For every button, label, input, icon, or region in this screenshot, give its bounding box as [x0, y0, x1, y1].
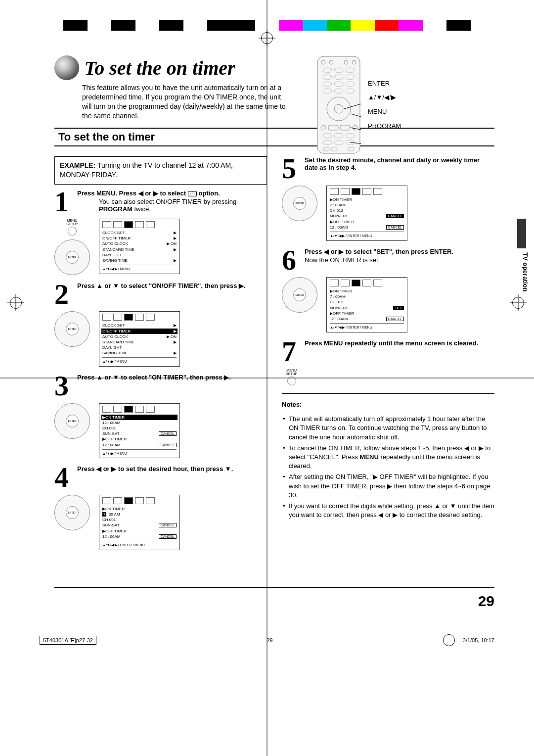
footer-file: 5T40301A [E]p27-32 — [40, 636, 96, 645]
remote-icon — [316, 55, 361, 154]
notes-list: The unit will automatically turn off app… — [282, 415, 494, 520]
footer-date: 3/1/05, 10:17 — [463, 637, 494, 643]
example-label: EXAMPLE: — [60, 161, 95, 169]
print-footer: 5T40301A [E]p27-32 29 3/1/05, 10:17 — [40, 634, 494, 646]
example-box: EXAMPLE: Turning on the TV to channel 12… — [54, 156, 267, 185]
osd-screen-2: CLOCK SET▶ON/OFF TIMER▶AUTO CLOCK▶ ONSTA… — [99, 311, 180, 367]
notes-heading: Notes: — [282, 401, 494, 408]
step-2: 2 Press ▲ or ▼ to select "ON/OFF TIMER",… — [54, 282, 267, 306]
side-tab-label: TV operation — [522, 252, 529, 291]
remote-label-program: PROGRAM — [368, 119, 401, 134]
dpad-icon — [282, 277, 317, 313]
dpad-icon — [54, 403, 90, 439]
remote-label-enter: ENTER — [368, 77, 401, 91]
menu-setup-button-icon: MENU SETUP — [54, 219, 90, 226]
step-number: 1 — [54, 189, 77, 214]
registration-mark-left — [10, 297, 22, 309]
step-4-lead: Press ◀ or ▶ to set the desired hour, th… — [77, 465, 233, 472]
step-number: 2 — [54, 282, 77, 306]
step-1-lead-a: Press MENU. Press ◀ or ▶ to select — [77, 189, 188, 197]
step-4: 4 Press ◀ or ▶ to set the desired hour, … — [54, 465, 267, 489]
dpad-icon — [54, 311, 90, 347]
step-1-lead-b: option. — [197, 189, 220, 197]
step-7-lead: Press MENU repeatedly until the menu scr… — [305, 339, 478, 347]
step-number: 6 — [282, 248, 305, 272]
title-bullet-icon — [54, 55, 79, 80]
step-6-lead: Press ◀ or ▶ to select "SET", then press… — [305, 248, 453, 255]
dpad-icon — [54, 239, 90, 275]
osd-screen-6: ▶ON TIMER 7 : 00AM CH 012 MON-FRISET▶OFF… — [326, 277, 407, 332]
osd-screen-1: CLOCK SET▶ON/OFF TIMER▶AUTO CLOCK▶ ONSTA… — [99, 219, 180, 274]
osd-screen-5: ▶ON TIMER 7 : 00AM CH 012 MON-FRICANCEL▶… — [326, 186, 407, 241]
menu-setup-button-icon: MENU SETUP — [286, 369, 297, 376]
registration-mark-bottom — [443, 634, 455, 646]
dpad-icon — [54, 495, 90, 530]
step-number: 5 — [282, 156, 305, 181]
page-title: To set the on timer — [84, 56, 235, 80]
intro-text: This feature allows you to have the unit… — [82, 83, 290, 121]
remote-label-menu: MENU — [368, 105, 401, 119]
osd-screen-3: ▶ON TIMER 12 : 00AM CH 001 SUN-SATCANCEL… — [99, 403, 180, 459]
step-5-lead: Set the desired minute, channel and dail… — [305, 156, 480, 171]
remote-diagram: ENTER ▲/▼/◀/▶ MENU PROGRAM — [316, 55, 401, 154]
remote-label-arrows: ▲/▼/◀/▶ — [368, 91, 401, 105]
svg-rect-0 — [317, 56, 360, 153]
step-5: 5 Set the desired minute, channel and da… — [282, 156, 494, 181]
page-number: 29 — [478, 593, 494, 610]
note-item: To cancel the ON TIMER, follow above ste… — [283, 444, 494, 471]
step-6: 6 Press ◀ or ▶ to select "SET", then pre… — [282, 248, 494, 272]
note-item: After setting the ON TIMER, "▶ OFF TIMER… — [283, 472, 494, 500]
step-2-lead: Press ▲ or ▼ to select "ON/OFF TIMER", t… — [77, 282, 246, 289]
note-item: If you want to correct the digits while … — [283, 502, 494, 520]
step-1-sub: You can also select ON/OFF TIMER by pres… — [99, 198, 236, 213]
dpad-icon — [282, 186, 317, 221]
step-number: 4 — [54, 465, 77, 489]
note-item: The unit will automatically turn off app… — [283, 415, 494, 442]
clock-option-icon: 🕒 — [188, 191, 197, 196]
footer-page: 29 — [267, 637, 272, 643]
osd-screen-4: ▶ON TIMER 7: 00 AM CH 001 SUN-SATCANCEL▶… — [99, 495, 180, 550]
step-6-sub: Now the ON TIMER is set. — [305, 256, 494, 264]
page-divider — [54, 587, 494, 588]
registration-mark-right — [512, 297, 524, 309]
step-7: 7 Press MENU repeatedly until the menu s… — [282, 339, 494, 364]
step-1: 1 Press MENU. Press ◀ or ▶ to select 🕒 o… — [54, 189, 267, 214]
step-number: 7 — [282, 339, 305, 364]
side-tab: TV operation — [517, 219, 529, 291]
section-heading: To set the on timer — [54, 128, 494, 146]
